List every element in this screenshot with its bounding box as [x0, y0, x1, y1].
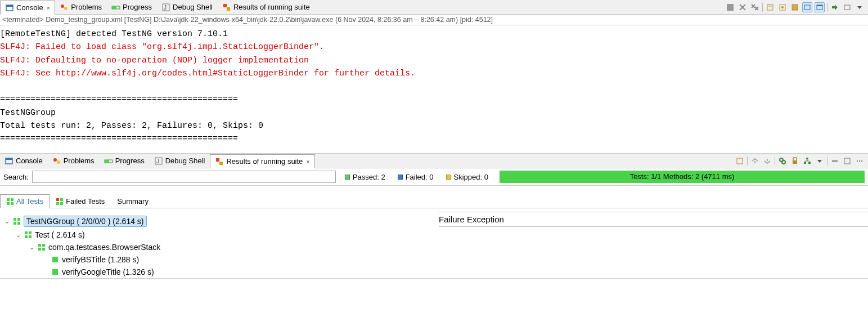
passed-icon [345, 175, 350, 180]
subtab-summary-label: Summary [117, 197, 149, 206]
tree-node-class[interactable]: ⌄ com.qa.testcases.BrowserStack [3, 241, 439, 253]
passed-counter: Passed: 2 [345, 173, 385, 181]
svg-rect-56 [56, 198, 59, 201]
console-output[interactable]: [RemoteTestNG] detected TestNG version 7… [0, 25, 868, 153]
tree-node-method-label: verifyBSTitle (1.288 s) [62, 255, 139, 264]
tab-console-label: Console [16, 3, 43, 12]
pin-console-icon[interactable] [790, 2, 800, 12]
close-icon[interactable]: × [306, 158, 309, 165]
progress-icon [111, 3, 120, 12]
tab-progress-b[interactable]: Progress [100, 154, 150, 168]
tab-progress[interactable]: Progress [107, 0, 157, 14]
next-failure-icon[interactable] [762, 156, 772, 166]
expander-icon[interactable]: ⌄ [28, 244, 35, 251]
class-icon [37, 243, 46, 252]
svg-rect-5 [112, 6, 116, 9]
skipped-counter: Skipped: 0 [446, 173, 488, 181]
failed-counter: Failed: 0 [398, 173, 434, 181]
svg-text:J: J [164, 5, 167, 11]
tab-debug-shell-label: Debug Shell [173, 3, 213, 11]
failure-header: Failure Exception [439, 215, 868, 227]
new-console-icon[interactable] [830, 2, 840, 12]
minimize-icon[interactable] [830, 156, 840, 166]
console-line: SLF4J: Defaulting to no-operation (NOP) … [0, 56, 309, 65]
terminate-icon[interactable] [725, 2, 735, 12]
link-icon[interactable] [777, 156, 788, 166]
problems-icon [60, 3, 69, 12]
failed-tests-icon [56, 198, 64, 206]
progress-icon [104, 157, 113, 166]
tree-node-suite[interactable]: ⌄ TestNGGroup ( 2/0/0/0 ) (2.614 s) [3, 214, 439, 229]
subtab-all-tests[interactable]: All Tests [0, 194, 50, 208]
failed-value: Failed: 0 [406, 173, 434, 181]
console-icon [5, 3, 14, 12]
hierarchy-icon[interactable] [802, 156, 812, 166]
tab-debug-shell[interactable]: J Debug Shell [157, 0, 218, 14]
expander-icon[interactable]: ⌄ [3, 218, 10, 225]
lock-icon[interactable] [790, 156, 800, 166]
subtab-failed-label: Failed Tests [66, 197, 105, 206]
console-line: TestNGGroup [0, 108, 56, 118]
svg-rect-40 [806, 158, 808, 159]
svg-point-51 [861, 160, 862, 162]
svg-rect-58 [56, 202, 59, 205]
console-line: Total tests run: 2, Passes: 2, Failures:… [0, 121, 263, 131]
subtab-summary[interactable]: Summary [111, 194, 155, 208]
maximize-icon[interactable] [842, 156, 852, 166]
subtab-failed-tests[interactable]: Failed Tests [50, 194, 111, 208]
console-panel: Console × Problems Progress J Debug Shel… [0, 0, 868, 154]
svg-rect-48 [844, 158, 850, 164]
progress-bar: Tests: 1/1 Methods: 2 (4711 ms) [500, 171, 865, 183]
tab-problems-b[interactable]: Problems [48, 154, 100, 168]
tab-problems[interactable]: Problems [55, 0, 107, 14]
console-line: SLF4J: Failed to load class "org.slf4j.i… [0, 42, 324, 52]
tab-results-top[interactable]: Results of running suite [218, 0, 315, 14]
console-line: [RemoteTestNG] detected TestNG version 7… [0, 29, 228, 39]
search-label: Search: [3, 173, 29, 181]
close-icon[interactable]: × [47, 5, 50, 11]
expander-icon[interactable]: ⌄ [15, 231, 21, 239]
tree-node-test-label: Test ( 2.614 s) [35, 230, 85, 239]
tree-node-method[interactable]: verifyBSTitle (1.288 s) [3, 253, 439, 266]
remove-all-icon[interactable] [750, 2, 760, 12]
svg-rect-54 [7, 202, 10, 205]
svg-rect-67 [29, 235, 32, 238]
tab-console-b-label: Console [16, 157, 43, 165]
view-menu-icon[interactable] [854, 156, 865, 166]
scroll-lock-icon[interactable] [777, 2, 788, 12]
svg-rect-64 [25, 231, 28, 234]
toolbar-menu-icon[interactable] [815, 156, 825, 166]
console-line: SLF4J: See http://www.slf4j.org/codes.ht… [0, 69, 415, 78]
tab-console[interactable]: Console × [0, 1, 55, 15]
method-pass-icon [51, 255, 60, 264]
svg-point-20 [781, 6, 784, 8]
svg-rect-25 [844, 5, 850, 10]
console-dropdown-icon[interactable] [842, 2, 852, 12]
results-panel: Console Problems Progress J Debug Shell … [0, 154, 868, 279]
test-tree[interactable]: ⌄ TestNGGroup ( 2/0/0/0 ) (2.614 s) ⌄ Te… [0, 212, 439, 278]
svg-point-38 [782, 160, 785, 164]
tree-node-method-label: verifyGoogleTitle (1.326 s) [62, 267, 154, 276]
tab-debug-shell-b[interactable]: J Debug Shell [150, 154, 210, 168]
tab-results-b[interactable]: Results of running suite × [210, 154, 314, 168]
tree-node-test[interactable]: ⌄ Test ( 2.614 s) [3, 229, 439, 241]
svg-rect-24 [817, 5, 822, 6]
open-console-icon[interactable] [815, 2, 825, 12]
svg-rect-17 [767, 5, 773, 10]
remove-launch-icon[interactable] [737, 2, 748, 12]
svg-rect-59 [60, 202, 63, 205]
prev-failure-icon[interactable] [750, 156, 760, 166]
results-search-row: Search: Passed: 2 Failed: 0 Skipped: 0 T… [0, 168, 868, 186]
svg-rect-65 [29, 231, 32, 234]
svg-text:J: J [156, 158, 159, 164]
tab-results-b-label: Results of running suite [226, 157, 303, 166]
clear-console-icon[interactable] [765, 2, 775, 12]
view-menu-icon[interactable] [854, 2, 865, 12]
tree-node-method[interactable]: verifyGoogleTitle (1.326 s) [3, 266, 439, 278]
tab-console-b[interactable]: Console [0, 154, 48, 168]
debug-shell-icon: J [161, 3, 170, 12]
refresh-icon[interactable] [735, 156, 745, 166]
display-selected-icon[interactable] [802, 2, 812, 12]
search-input[interactable] [32, 171, 336, 183]
testng-icon [222, 3, 231, 12]
